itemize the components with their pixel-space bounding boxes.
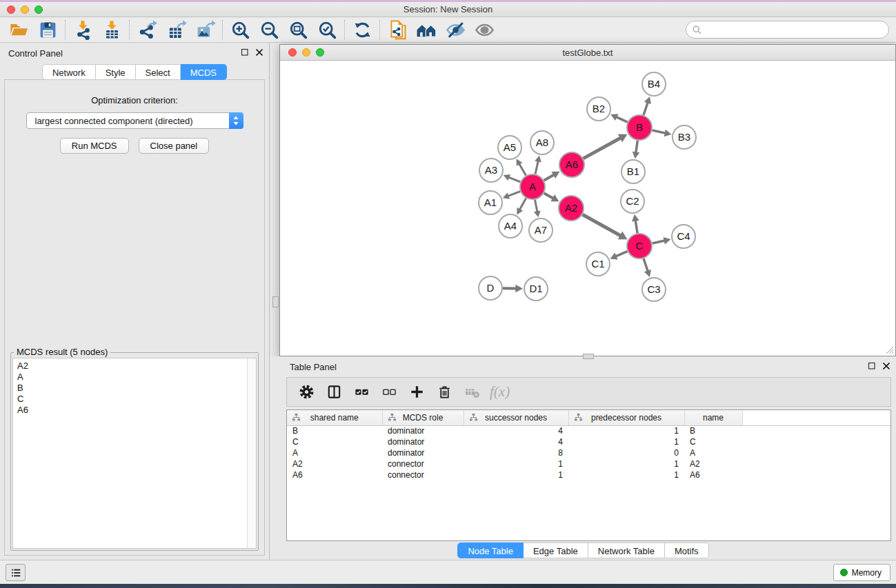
network-node-A6[interactable]: A6 (559, 152, 584, 177)
splitter-handle-horizontal[interactable] (583, 354, 594, 359)
network-edge-C-C1[interactable] (616, 252, 628, 256)
splitter-handle-vertical[interactable] (272, 296, 279, 307)
optimization-criterion-select[interactable]: largest connected component (directed) (26, 112, 243, 129)
mcds-result-item[interactable]: C (17, 394, 256, 405)
network-edge-C-C3[interactable] (644, 258, 648, 272)
clone-network-icon[interactable] (383, 18, 412, 41)
network-node-A[interactable]: A (520, 174, 545, 199)
network-window-titlebar[interactable]: testGlobe.txt (280, 45, 895, 61)
tab-style[interactable]: Style (96, 64, 136, 80)
column-header-shared-name[interactable]: shared name (287, 410, 382, 425)
select-all-icon[interactable] (349, 381, 374, 404)
table-header-row[interactable]: shared nameMCDS rolesuccessor nodesprede… (287, 410, 890, 425)
deselect-all-icon[interactable] (377, 381, 401, 404)
mcds-result-item[interactable]: B (17, 383, 256, 394)
network-node-A2[interactable]: A2 (559, 196, 584, 221)
float-panel-icon[interactable] (241, 48, 249, 57)
close-panel-icon[interactable] (255, 48, 263, 57)
network-edge-B-B3[interactable] (653, 130, 666, 133)
network-edge-A-A1[interactable] (508, 192, 520, 196)
column-header-successor-nodes[interactable]: successor nodes (464, 410, 568, 425)
column-header-MCDS-role[interactable]: MCDS role (382, 410, 464, 425)
network-node-A8[interactable]: A8 (530, 131, 554, 154)
network-node-B1[interactable]: B1 (621, 160, 645, 183)
float-panel-icon[interactable] (868, 362, 876, 370)
network-node-B4[interactable]: B4 (642, 72, 666, 96)
tab-mcds[interactable]: MCDS (181, 64, 227, 80)
network-node-B2[interactable]: B2 (587, 97, 610, 121)
network-edge-C-C4[interactable] (653, 241, 665, 243)
add-column-icon[interactable] (404, 381, 429, 404)
network-edge-B-B1[interactable] (636, 141, 637, 153)
memory-button[interactable]: Memory (833, 564, 890, 581)
show-columns-icon[interactable] (321, 381, 346, 404)
task-history-button[interactable] (6, 564, 26, 581)
network-node-D[interactable]: D (479, 276, 502, 300)
network-node-C1[interactable]: C1 (586, 252, 610, 276)
table-row[interactable]: Bdominator41B (287, 425, 890, 436)
network-edge-A-A5[interactable] (519, 164, 526, 176)
network-node-A7[interactable]: A7 (529, 219, 552, 242)
mcds-result-scrollbar[interactable] (247, 358, 256, 548)
network-edge-A2-C[interactable] (583, 214, 621, 236)
tab-motifs[interactable]: Motifs (665, 543, 709, 558)
network-edge-A-A8[interactable] (535, 161, 538, 174)
network-node-C3[interactable]: C3 (642, 278, 666, 301)
mcds-result-item[interactable]: A6 (17, 405, 256, 416)
table-row[interactable]: Adominator80A (287, 447, 890, 458)
tab-edge-table[interactable]: Edge Table (524, 543, 588, 558)
tab-select[interactable]: Select (136, 64, 181, 80)
home-icon[interactable] (412, 18, 441, 41)
show-panels-icon[interactable] (470, 18, 499, 41)
tab-node-table[interactable]: Node Table (457, 543, 524, 558)
network-node-A5[interactable]: A5 (498, 136, 521, 159)
export-image-icon[interactable] (190, 18, 219, 41)
export-network-icon[interactable] (132, 18, 161, 41)
close-panel-button[interactable]: Close panel (139, 138, 210, 154)
mcds-result-item[interactable]: A (17, 372, 256, 383)
table-settings-icon[interactable] (294, 381, 319, 404)
delete-column-icon[interactable] (432, 381, 457, 404)
import-table-icon[interactable] (97, 18, 126, 41)
search-box[interactable] (686, 21, 889, 39)
import-network-icon[interactable] (68, 18, 97, 41)
mcds-result-list[interactable]: A2ABCA6 (12, 358, 257, 549)
network-edge-A-A2[interactable] (544, 193, 553, 198)
network-node-A1[interactable]: A1 (479, 191, 502, 214)
node-table[interactable]: shared nameMCDS rolesuccessor nodesprede… (286, 409, 891, 541)
table-row[interactable]: A6connector11A6 (287, 469, 890, 480)
column-header-predecessor-nodes[interactable]: predecessor nodes (568, 410, 684, 425)
zoom-out-icon[interactable] (255, 18, 283, 41)
table-row[interactable]: A2connector11A2 (287, 458, 890, 469)
network-node-A3[interactable]: A3 (479, 159, 503, 182)
hide-panels-icon[interactable] (441, 18, 470, 41)
network-edge-A6-B[interactable] (584, 138, 621, 159)
network-node-B3[interactable]: B3 (673, 125, 696, 149)
network-edge-A-A6[interactable] (544, 174, 555, 180)
network-canvas[interactable]: B4B2BB3A8A5A6A3B1AA1C2A2A4A7C4CC1C3DD1 (280, 61, 895, 356)
network-node-B[interactable]: B (627, 115, 652, 140)
tab-network[interactable]: Network (42, 64, 96, 80)
zoom-selected-icon[interactable] (312, 18, 341, 41)
network-node-C[interactable]: C (627, 234, 652, 258)
zoom-in-icon[interactable] (226, 18, 255, 41)
column-header-name[interactable]: name (684, 410, 742, 425)
open-file-icon[interactable] (4, 18, 33, 41)
export-table-icon[interactable] (161, 18, 190, 41)
search-input[interactable] (702, 23, 888, 37)
network-node-C4[interactable]: C4 (672, 225, 695, 248)
network-node-C2[interactable]: C2 (621, 190, 644, 213)
resize-grip-icon[interactable] (886, 346, 894, 354)
network-node-D1[interactable]: D1 (524, 277, 548, 301)
tab-network-table[interactable]: Network Table (588, 543, 665, 558)
network-edge-C-C2[interactable] (635, 221, 637, 234)
table-row[interactable]: Cdominator41C (287, 436, 890, 447)
network-edge-B-B4[interactable] (644, 102, 648, 115)
run-mcds-button[interactable]: Run MCDS (60, 138, 129, 154)
refresh-icon[interactable] (348, 18, 377, 41)
close-panel-icon[interactable] (882, 362, 890, 370)
mcds-result-item[interactable]: A2 (17, 361, 256, 372)
network-edge-A-A3[interactable] (508, 177, 520, 182)
zoom-fit-icon[interactable] (283, 18, 312, 41)
network-node-A4[interactable]: A4 (499, 214, 522, 238)
